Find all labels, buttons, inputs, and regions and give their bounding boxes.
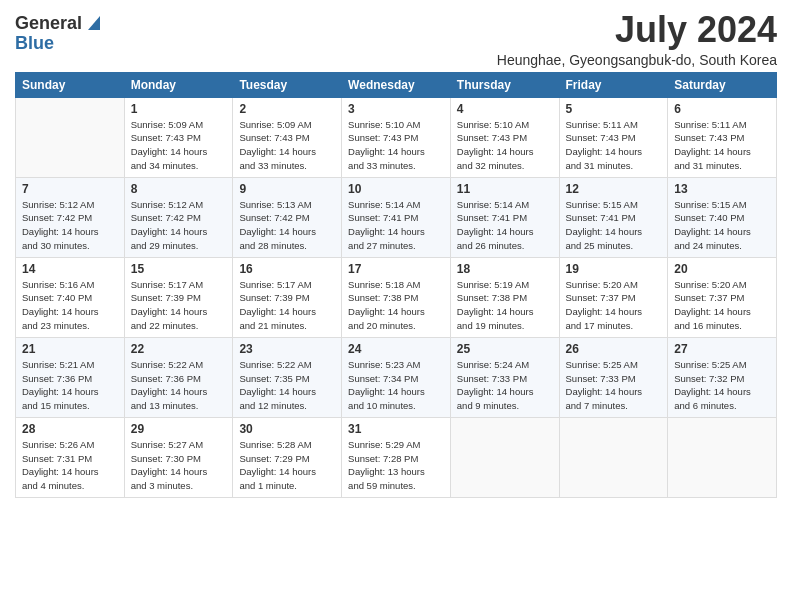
day-info: Sunrise: 5:09 AM Sunset: 7:43 PM Dayligh… [239, 118, 335, 173]
calendar-cell: 30Sunrise: 5:28 AM Sunset: 7:29 PM Dayli… [233, 417, 342, 497]
weekday-header-friday: Friday [559, 72, 668, 97]
calendar-cell: 9Sunrise: 5:13 AM Sunset: 7:42 PM Daylig… [233, 177, 342, 257]
day-info: Sunrise: 5:10 AM Sunset: 7:43 PM Dayligh… [348, 118, 444, 173]
day-info: Sunrise: 5:15 AM Sunset: 7:41 PM Dayligh… [566, 198, 662, 253]
calendar-cell: 10Sunrise: 5:14 AM Sunset: 7:41 PM Dayli… [342, 177, 451, 257]
day-number: 3 [348, 102, 444, 116]
calendar-cell: 12Sunrise: 5:15 AM Sunset: 7:41 PM Dayli… [559, 177, 668, 257]
day-info: Sunrise: 5:16 AM Sunset: 7:40 PM Dayligh… [22, 278, 118, 333]
calendar-cell: 17Sunrise: 5:18 AM Sunset: 7:38 PM Dayli… [342, 257, 451, 337]
calendar-cell: 25Sunrise: 5:24 AM Sunset: 7:33 PM Dayli… [450, 337, 559, 417]
day-number: 12 [566, 182, 662, 196]
day-number: 28 [22, 422, 118, 436]
calendar-cell: 27Sunrise: 5:25 AM Sunset: 7:32 PM Dayli… [668, 337, 777, 417]
weekday-header-tuesday: Tuesday [233, 72, 342, 97]
calendar-cell: 8Sunrise: 5:12 AM Sunset: 7:42 PM Daylig… [124, 177, 233, 257]
calendar-cell: 13Sunrise: 5:15 AM Sunset: 7:40 PM Dayli… [668, 177, 777, 257]
day-number: 24 [348, 342, 444, 356]
day-number: 18 [457, 262, 553, 276]
day-number: 31 [348, 422, 444, 436]
calendar-cell: 28Sunrise: 5:26 AM Sunset: 7:31 PM Dayli… [16, 417, 125, 497]
day-info: Sunrise: 5:12 AM Sunset: 7:42 PM Dayligh… [131, 198, 227, 253]
day-number: 2 [239, 102, 335, 116]
weekday-header-thursday: Thursday [450, 72, 559, 97]
day-info: Sunrise: 5:14 AM Sunset: 7:41 PM Dayligh… [457, 198, 553, 253]
day-info: Sunrise: 5:19 AM Sunset: 7:38 PM Dayligh… [457, 278, 553, 333]
location-title: Heunghae, Gyeongsangbuk-do, South Korea [497, 52, 777, 68]
day-info: Sunrise: 5:11 AM Sunset: 7:43 PM Dayligh… [674, 118, 770, 173]
logo: General Blue [15, 10, 100, 54]
week-row-1: 1Sunrise: 5:09 AM Sunset: 7:43 PM Daylig… [16, 97, 777, 177]
day-number: 27 [674, 342, 770, 356]
day-info: Sunrise: 5:27 AM Sunset: 7:30 PM Dayligh… [131, 438, 227, 493]
day-info: Sunrise: 5:10 AM Sunset: 7:43 PM Dayligh… [457, 118, 553, 173]
day-info: Sunrise: 5:21 AM Sunset: 7:36 PM Dayligh… [22, 358, 118, 413]
day-info: Sunrise: 5:22 AM Sunset: 7:35 PM Dayligh… [239, 358, 335, 413]
calendar-table: SundayMondayTuesdayWednesdayThursdayFrid… [15, 72, 777, 498]
week-row-3: 14Sunrise: 5:16 AM Sunset: 7:40 PM Dayli… [16, 257, 777, 337]
day-number: 7 [22, 182, 118, 196]
day-info: Sunrise: 5:11 AM Sunset: 7:43 PM Dayligh… [566, 118, 662, 173]
calendar-cell [16, 97, 125, 177]
calendar-cell: 5Sunrise: 5:11 AM Sunset: 7:43 PM Daylig… [559, 97, 668, 177]
month-title: July 2024 [497, 10, 777, 50]
day-number: 11 [457, 182, 553, 196]
calendar-cell: 31Sunrise: 5:29 AM Sunset: 7:28 PM Dayli… [342, 417, 451, 497]
day-number: 6 [674, 102, 770, 116]
day-info: Sunrise: 5:17 AM Sunset: 7:39 PM Dayligh… [239, 278, 335, 333]
day-info: Sunrise: 5:22 AM Sunset: 7:36 PM Dayligh… [131, 358, 227, 413]
calendar-cell: 29Sunrise: 5:27 AM Sunset: 7:30 PM Dayli… [124, 417, 233, 497]
calendar-cell: 21Sunrise: 5:21 AM Sunset: 7:36 PM Dayli… [16, 337, 125, 417]
logo-blue-text: Blue [15, 34, 54, 54]
calendar-cell: 2Sunrise: 5:09 AM Sunset: 7:43 PM Daylig… [233, 97, 342, 177]
logo-triangle-icon [84, 16, 100, 30]
day-number: 29 [131, 422, 227, 436]
week-row-5: 28Sunrise: 5:26 AM Sunset: 7:31 PM Dayli… [16, 417, 777, 497]
day-info: Sunrise: 5:26 AM Sunset: 7:31 PM Dayligh… [22, 438, 118, 493]
day-number: 19 [566, 262, 662, 276]
day-number: 14 [22, 262, 118, 276]
day-number: 17 [348, 262, 444, 276]
day-info: Sunrise: 5:25 AM Sunset: 7:32 PM Dayligh… [674, 358, 770, 413]
day-number: 23 [239, 342, 335, 356]
day-info: Sunrise: 5:24 AM Sunset: 7:33 PM Dayligh… [457, 358, 553, 413]
svg-marker-0 [88, 16, 100, 30]
logo-general-text: General [15, 14, 82, 34]
calendar-cell: 22Sunrise: 5:22 AM Sunset: 7:36 PM Dayli… [124, 337, 233, 417]
weekday-header-saturday: Saturday [668, 72, 777, 97]
weekday-header-wednesday: Wednesday [342, 72, 451, 97]
calendar-cell: 16Sunrise: 5:17 AM Sunset: 7:39 PM Dayli… [233, 257, 342, 337]
calendar-cell: 23Sunrise: 5:22 AM Sunset: 7:35 PM Dayli… [233, 337, 342, 417]
day-number: 16 [239, 262, 335, 276]
day-number: 13 [674, 182, 770, 196]
calendar-cell: 15Sunrise: 5:17 AM Sunset: 7:39 PM Dayli… [124, 257, 233, 337]
calendar-cell: 19Sunrise: 5:20 AM Sunset: 7:37 PM Dayli… [559, 257, 668, 337]
day-info: Sunrise: 5:15 AM Sunset: 7:40 PM Dayligh… [674, 198, 770, 253]
page-header: General Blue July 2024 Heunghae, Gyeongs… [15, 10, 777, 68]
day-number: 1 [131, 102, 227, 116]
title-block: July 2024 Heunghae, Gyeongsangbuk-do, So… [497, 10, 777, 68]
calendar-cell: 6Sunrise: 5:11 AM Sunset: 7:43 PM Daylig… [668, 97, 777, 177]
day-info: Sunrise: 5:28 AM Sunset: 7:29 PM Dayligh… [239, 438, 335, 493]
week-row-4: 21Sunrise: 5:21 AM Sunset: 7:36 PM Dayli… [16, 337, 777, 417]
day-number: 22 [131, 342, 227, 356]
calendar-cell: 20Sunrise: 5:20 AM Sunset: 7:37 PM Dayli… [668, 257, 777, 337]
day-info: Sunrise: 5:18 AM Sunset: 7:38 PM Dayligh… [348, 278, 444, 333]
calendar-cell [668, 417, 777, 497]
day-info: Sunrise: 5:20 AM Sunset: 7:37 PM Dayligh… [566, 278, 662, 333]
calendar-cell: 1Sunrise: 5:09 AM Sunset: 7:43 PM Daylig… [124, 97, 233, 177]
calendar-cell: 3Sunrise: 5:10 AM Sunset: 7:43 PM Daylig… [342, 97, 451, 177]
calendar-cell: 14Sunrise: 5:16 AM Sunset: 7:40 PM Dayli… [16, 257, 125, 337]
calendar-cell [559, 417, 668, 497]
calendar-cell: 26Sunrise: 5:25 AM Sunset: 7:33 PM Dayli… [559, 337, 668, 417]
calendar-cell [450, 417, 559, 497]
day-number: 20 [674, 262, 770, 276]
day-number: 26 [566, 342, 662, 356]
day-info: Sunrise: 5:12 AM Sunset: 7:42 PM Dayligh… [22, 198, 118, 253]
day-info: Sunrise: 5:13 AM Sunset: 7:42 PM Dayligh… [239, 198, 335, 253]
week-row-2: 7Sunrise: 5:12 AM Sunset: 7:42 PM Daylig… [16, 177, 777, 257]
day-info: Sunrise: 5:25 AM Sunset: 7:33 PM Dayligh… [566, 358, 662, 413]
day-number: 4 [457, 102, 553, 116]
weekday-header-sunday: Sunday [16, 72, 125, 97]
day-number: 10 [348, 182, 444, 196]
